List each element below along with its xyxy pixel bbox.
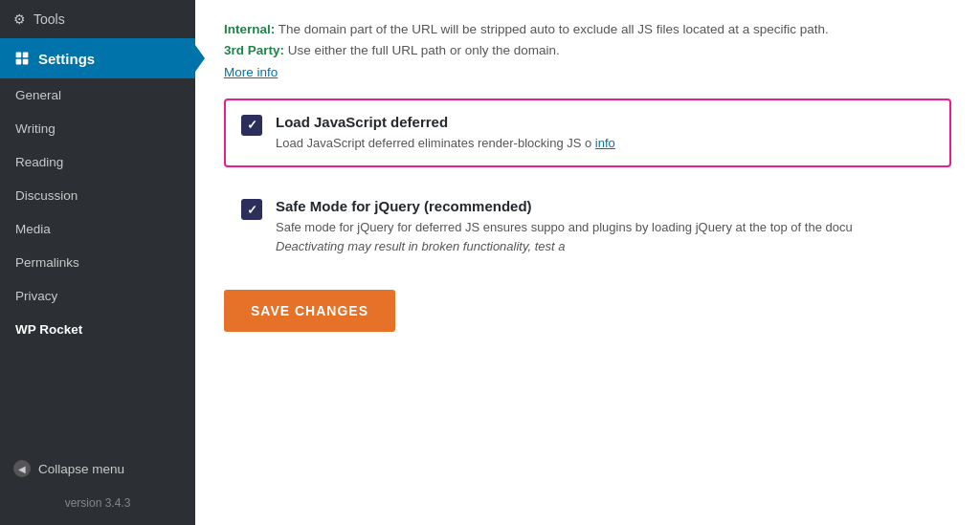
collapse-menu-button[interactable]: ◀ Collapse menu (0, 448, 195, 489)
sidebar-item-reading[interactable]: Reading (0, 145, 195, 179)
content-panel: Internal: The domain part of the URL wil… (195, 0, 980, 525)
gear-icon: ⚙ (13, 11, 26, 27)
sidebar-item-settings[interactable]: Settings (0, 38, 195, 78)
info-block: Internal: The domain part of the URL wil… (224, 19, 951, 83)
sidebar-item-discussion[interactable]: Discussion (0, 179, 195, 212)
collapse-icon: ◀ (13, 460, 31, 477)
checkbox-1-link[interactable]: info (595, 136, 615, 150)
sidebar-item-tools[interactable]: ⚙ Tools (0, 0, 195, 38)
svg-rect-2 (16, 59, 22, 65)
more-info-link[interactable]: More info (224, 62, 951, 83)
sidebar-item-general[interactable]: General (0, 78, 195, 112)
collapse-label: Collapse menu (38, 462, 124, 476)
checkbox-1-desc: Load JavaScript deferred eliminates rend… (276, 134, 934, 153)
checkbox-2-text-block: Safe Mode for jQuery (recommended) Safe … (276, 198, 934, 255)
sidebar-item-privacy[interactable]: Privacy (0, 279, 195, 313)
checkbox-1-text-block: Load JavaScript deferred Load JavaScript… (276, 114, 934, 153)
settings-label: Settings (38, 51, 95, 67)
checkbox-2-italic: Deactivating may result in broken functi… (276, 239, 566, 253)
sidebar-item-wp-rocket[interactable]: WP Rocket (0, 313, 195, 346)
sidebar-item-writing[interactable]: Writing (0, 112, 195, 145)
active-arrow (195, 45, 205, 72)
sidebar-item-media[interactable]: Media (0, 212, 195, 246)
checkbox-2-box[interactable]: ✓ (241, 199, 262, 220)
checkmark-1: ✓ (247, 118, 257, 132)
save-changes-button[interactable]: SAVE CHANGES (224, 290, 395, 332)
sidebar-item-permalinks[interactable]: Permalinks (0, 246, 195, 279)
checkmark-2: ✓ (247, 203, 257, 217)
internal-label: Internal: (224, 22, 275, 36)
internal-text: The domain part of the URL will be strip… (278, 22, 829, 36)
3rdparty-label: 3rd Party: (224, 43, 284, 57)
version-text: version 3.4.3 (0, 489, 195, 525)
main-content: Internal: The domain part of the URL wil… (195, 0, 980, 525)
checkbox-2-title: Safe Mode for jQuery (recommended) (276, 198, 934, 214)
svg-rect-3 (23, 59, 29, 65)
settings-icon (13, 50, 31, 67)
svg-rect-0 (16, 53, 22, 58)
tools-label: Tools (33, 11, 65, 27)
checkbox-1-title: Load JavaScript deferred (276, 114, 934, 130)
checkbox-load-js-deferred[interactable]: ✓ Load JavaScript deferred Load JavaScri… (224, 98, 951, 168)
checkbox-1-box[interactable]: ✓ (241, 115, 262, 136)
sidebar: ⚙ Tools Settings General Writing Reading… (0, 0, 195, 525)
3rdparty-text: Use either the full URL path or only the… (288, 43, 560, 57)
svg-rect-1 (23, 53, 29, 58)
checkbox-safe-mode-jquery[interactable]: ✓ Safe Mode for jQuery (recommended) Saf… (224, 183, 951, 271)
checkbox-2-desc: Safe mode for jQuery for deferred JS ens… (276, 218, 934, 255)
